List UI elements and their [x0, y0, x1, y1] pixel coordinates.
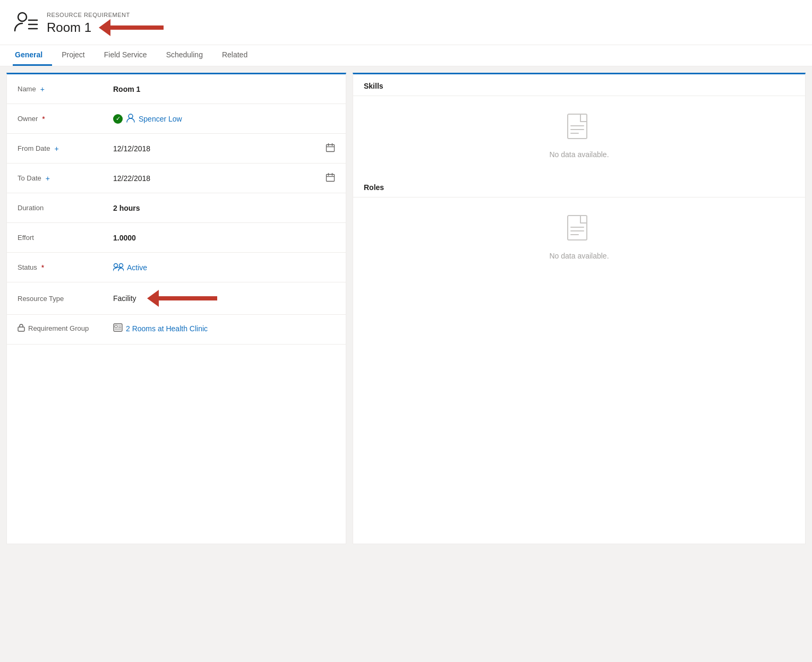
page-title: Room 1 [47, 20, 91, 35]
page-header: RESOURCE REQUIREMENT Room 1 [0, 0, 812, 45]
to-date-required-indicator: + [46, 174, 50, 183]
resource-type-value[interactable]: Facility [113, 290, 335, 307]
skills-no-data-text: No data available. [549, 150, 609, 159]
status-value[interactable]: Active [113, 262, 335, 273]
skills-roles-panel: Skills No data available. Roles [353, 73, 806, 544]
svg-rect-17 [115, 325, 117, 328]
arrow-point [147, 290, 159, 307]
skills-section-header: Skills [353, 74, 805, 96]
svg-point-0 [18, 13, 27, 21]
status-field-row: Status * Active [7, 253, 346, 282]
name-required-indicator: + [40, 85, 45, 93]
requirement-group-field-row: Requirement Group 2 Rooms at Health Clin… [7, 315, 346, 345]
name-value[interactable]: Room 1 [113, 85, 335, 93]
from-date-calendar-icon[interactable] [326, 143, 335, 154]
from-date-value[interactable]: 12/12/2018 [113, 143, 335, 154]
tab-project[interactable]: Project [59, 45, 95, 66]
main-content: Name + Room 1 Owner * ✓ Spencer Low [0, 66, 812, 544]
entity-icon [13, 10, 38, 38]
effort-field-row: Effort 1.0000 [7, 223, 346, 253]
owner-value[interactable]: ✓ Spencer Low [113, 113, 335, 125]
from-date-label: From Date + [18, 144, 113, 153]
header-text-block: RESOURCE REQUIREMENT Room 1 [47, 12, 164, 36]
name-label: Name + [18, 85, 113, 93]
owner-check-icon: ✓ [113, 114, 123, 124]
svg-point-14 [119, 263, 123, 267]
svg-rect-9 [327, 174, 335, 181]
resource-type-field-row: Resource Type Facility [7, 282, 346, 315]
tab-field-service[interactable]: Field Service [102, 45, 157, 66]
owner-required-indicator: * [42, 115, 45, 123]
lock-icon [18, 323, 25, 333]
skills-no-data-section: No data available. [353, 96, 805, 176]
duration-value[interactable]: 2 hours [113, 204, 335, 212]
resource-type-arrow [147, 290, 217, 307]
effort-label: Effort [18, 234, 113, 242]
to-date-field-row: To Date + 12/22/2018 [7, 164, 346, 193]
tab-general[interactable]: General [13, 45, 52, 66]
name-field-row: Name + Room 1 [7, 74, 346, 104]
status-label: Status * [18, 263, 113, 272]
duration-field-row: Duration 2 hours [7, 193, 346, 223]
roles-section-header: Roles [353, 176, 805, 197]
entity-type-label: RESOURCE REQUIREMENT [47, 12, 164, 18]
owner-label: Owner * [18, 115, 113, 123]
to-date-value[interactable]: 12/22/2018 [113, 173, 335, 184]
roles-doc-icon [566, 214, 593, 246]
to-date-calendar-icon[interactable] [326, 173, 335, 184]
roles-no-data-section: No data available. [353, 197, 805, 277]
to-date-label: To Date + [18, 174, 113, 183]
arrow-body [110, 25, 164, 30]
requirement-group-label: Requirement Group [18, 323, 113, 333]
svg-rect-15 [18, 327, 24, 331]
duration-label: Duration [18, 204, 113, 212]
effort-value[interactable]: 1.0000 [113, 234, 335, 242]
tab-related[interactable]: Related [220, 45, 257, 66]
requirement-group-icon [113, 323, 123, 333]
tab-scheduling[interactable]: Scheduling [164, 45, 212, 66]
form-panel: Name + Room 1 Owner * ✓ Spencer Low [6, 73, 346, 544]
tab-navigation: General Project Field Service Scheduling… [0, 45, 812, 66]
owner-person-icon [126, 113, 135, 125]
roles-no-data-text: No data available. [549, 252, 609, 260]
title-arrow-annotation [99, 19, 164, 36]
svg-point-13 [114, 263, 118, 267]
arrow-head-left [99, 19, 110, 36]
requirement-group-value[interactable]: 2 Rooms at Health Clinic [113, 323, 335, 333]
from-date-required-indicator: + [54, 144, 58, 153]
arrow-tail [159, 296, 217, 300]
status-group-icon [113, 262, 124, 273]
svg-point-4 [129, 114, 133, 118]
owner-field-row: Owner * ✓ Spencer Low [7, 104, 346, 134]
status-required-indicator: * [41, 263, 44, 272]
skills-doc-icon [566, 113, 593, 145]
from-date-field-row: From Date + 12/12/2018 [7, 134, 346, 164]
resource-type-label: Resource Type [18, 295, 113, 303]
svg-rect-5 [327, 144, 335, 151]
